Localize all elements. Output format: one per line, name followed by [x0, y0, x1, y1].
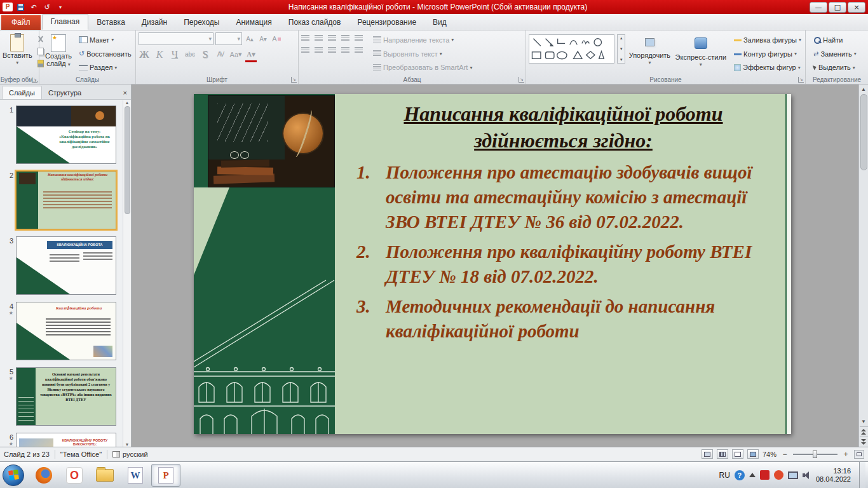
bold-button[interactable]: Ж: [139, 49, 150, 60]
ribbon-tab-вставка[interactable]: Вставка: [88, 15, 133, 30]
spelling-icon[interactable]: [112, 451, 120, 458]
previous-slide-button[interactable]: [860, 426, 868, 437]
ribbon-tab-рецензирование[interactable]: Рецензирование: [349, 15, 424, 30]
ribbon-tab-главная[interactable]: Главная: [42, 14, 89, 30]
save-icon[interactable]: [15, 2, 26, 12]
strikethrough-button[interactable]: abc: [184, 49, 196, 60]
slide-thumbnail[interactable]: КВАЛІФІКАЦІЙНУ РОБОТУ ВИКОНУЮТЬ:: [16, 433, 116, 447]
maximize-button[interactable]: □: [829, 2, 846, 13]
shape-fill-button[interactable]: Заливка фигуры▾: [733, 34, 803, 46]
tab-slides[interactable]: Слайды: [2, 86, 42, 99]
font-color-button[interactable]: А▾: [245, 49, 257, 60]
current-slide[interactable]: Написання кваліфікаційної роботи здійнює…: [194, 94, 791, 434]
minimize-button[interactable]: —: [810, 2, 827, 13]
shape-effects-button[interactable]: Эффекты фигур▾: [733, 61, 803, 74]
volume-icon[interactable]: [803, 471, 811, 479]
app-icon[interactable]: P: [3, 3, 13, 11]
display-tray-icon[interactable]: [788, 471, 798, 479]
grow-font-icon[interactable]: А▴: [244, 34, 255, 44]
slide-thumbnail[interactable]: Кваліфікаційна робота: [16, 302, 116, 360]
close-button[interactable]: ×: [848, 2, 865, 13]
panel-scrollbar[interactable]: ▲▼: [123, 100, 131, 447]
hidden-icons-chevron-icon[interactable]: [749, 473, 756, 477]
shape-outline-button[interactable]: Контур фигуры▾: [733, 48, 803, 60]
taskbar-powerpoint-icon[interactable]: P: [151, 464, 180, 487]
bullets-icon[interactable]: [301, 35, 309, 42]
font-name-combo[interactable]: ▾: [139, 32, 214, 45]
columns-icon[interactable]: [355, 47, 363, 54]
text-direction-button[interactable]: Направление текста▾: [372, 34, 473, 46]
fit-to-window-button[interactable]: [854, 450, 864, 459]
convert-smartart-button[interactable]: Преобразовать в SmartArt▾: [372, 61, 473, 74]
increase-indent-icon[interactable]: [341, 35, 349, 42]
italic-button[interactable]: К: [154, 49, 165, 60]
underline-button[interactable]: Ч: [169, 49, 180, 60]
slide-thumbnail[interactable]: КВАЛІФІКАЦІЙНА РОБОТА: [16, 236, 116, 295]
align-text-button[interactable]: Выровнять текст▾: [372, 48, 473, 60]
layout-button[interactable]: Макет▾: [78, 34, 133, 46]
line-spacing-icon[interactable]: [355, 35, 363, 42]
redo-icon[interactable]: ↺: [41, 2, 53, 12]
zoom-out-button[interactable]: −: [780, 450, 789, 459]
clipboard-dialog-launcher-icon[interactable]: ↘: [32, 77, 37, 83]
normal-view-button[interactable]: [702, 449, 713, 459]
ribbon-tab-переходы[interactable]: Переходы: [175, 15, 227, 30]
select-button[interactable]: Выделить▾: [812, 61, 858, 74]
show-desktop-button[interactable]: [859, 462, 865, 488]
zoom-level[interactable]: 74%: [763, 451, 776, 458]
clear-formatting-icon[interactable]: А: [271, 34, 282, 44]
language-indicator[interactable]: русский: [123, 451, 147, 458]
shapes-scrollbar[interactable]: ▲▼▼: [617, 34, 625, 64]
taskbar-opera-icon[interactable]: O: [60, 464, 89, 487]
zoom-slider[interactable]: [793, 454, 837, 455]
undo-icon[interactable]: ↶: [28, 2, 39, 12]
taskbar-word-icon[interactable]: W: [121, 464, 150, 487]
decrease-indent-icon[interactable]: [328, 35, 336, 42]
section-button[interactable]: Раздел▾: [78, 61, 133, 74]
taskbar-firefox-icon[interactable]: [29, 464, 58, 487]
paragraph-dialog-launcher-icon[interactable]: ↘: [519, 77, 524, 83]
slide-thumbnail[interactable]: Написання кваліфікаційної роботи здійнює…: [16, 171, 116, 229]
arrange-button[interactable]: Упорядочить▾: [628, 32, 672, 74]
slide-thumbnail[interactable]: Семінар на тему: «Кваліфікаційна робота …: [16, 105, 116, 164]
ribbon-tab-вид[interactable]: Вид: [424, 15, 455, 30]
align-left-icon[interactable]: [301, 47, 309, 54]
next-slide-button[interactable]: [860, 437, 868, 447]
tray-app2-icon[interactable]: [774, 470, 783, 480]
quick-styles-button[interactable]: Экспресс-стили▾: [674, 32, 728, 74]
help-tray-icon[interactable]: ?: [735, 470, 745, 480]
slide-sorter-view-button[interactable]: [717, 449, 728, 459]
slide-thumbnail[interactable]: Основні наукові результати кваліфікаційн…: [16, 367, 116, 426]
justify-icon[interactable]: [341, 47, 349, 54]
new-slide-button[interactable]: Создать слайд ▾: [42, 32, 75, 74]
change-case-button[interactable]: Аа▾: [230, 49, 241, 60]
ribbon-tab-файл[interactable]: Файл: [1, 15, 41, 30]
panel-close-icon[interactable]: ×: [123, 89, 127, 97]
shapes-gallery[interactable]: [529, 34, 614, 64]
shrink-font-icon[interactable]: А▾: [257, 34, 269, 44]
clock[interactable]: 13:16 08.04.2022: [816, 467, 855, 484]
paste-button[interactable]: Вставить▾: [3, 32, 32, 74]
start-button[interactable]: [3, 464, 24, 486]
zoom-in-button[interactable]: +: [841, 450, 850, 459]
text-shadow-button[interactable]: S: [200, 49, 211, 60]
font-size-combo[interactable]: ▾: [215, 32, 242, 45]
align-right-icon[interactable]: [328, 47, 336, 54]
replace-button[interactable]: ⇄Заменить▾: [812, 48, 858, 60]
tab-outline[interactable]: Структура: [42, 86, 88, 99]
taskbar-explorer-icon[interactable]: [90, 464, 119, 487]
vertical-scrollbar[interactable]: ▲ ▼: [858, 85, 868, 447]
reset-button[interactable]: ↺Восстановить: [78, 48, 133, 60]
ribbon-tab-показ-слайдов[interactable]: Показ слайдов: [280, 15, 349, 30]
align-center-icon[interactable]: [315, 47, 323, 54]
language-switcher[interactable]: RU: [719, 471, 730, 480]
numbering-icon[interactable]: [315, 35, 323, 42]
qat-menu-chevron-icon[interactable]: ▾: [55, 2, 66, 12]
slide-body[interactable]: Написання кваліфікаційної роботи здійнює…: [335, 94, 785, 434]
find-button[interactable]: Найти: [812, 34, 858, 46]
character-spacing-button[interactable]: AV: [215, 49, 226, 60]
tray-app-icon[interactable]: [760, 470, 770, 480]
font-dialog-launcher-icon[interactable]: ↘: [291, 77, 297, 83]
slideshow-view-button[interactable]: [747, 449, 759, 459]
drawing-dialog-launcher-icon[interactable]: ↘: [798, 77, 804, 83]
